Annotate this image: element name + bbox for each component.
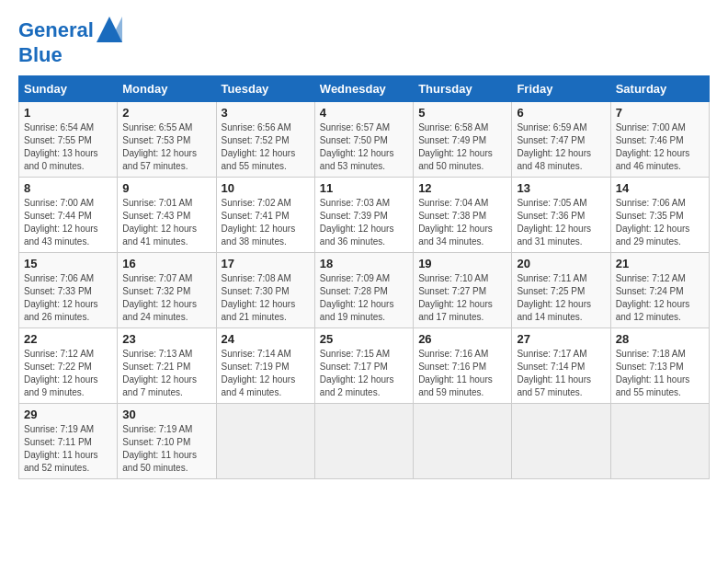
day-number: 3 (222, 106, 310, 120)
day-info: Sunrise: 7:00 AMSunset: 7:46 PMDaylight:… (616, 121, 704, 173)
calendar-cell: 29Sunrise: 7:19 AMSunset: 7:11 PMDayligh… (19, 404, 118, 479)
day-info: Sunrise: 7:06 AMSunset: 7:35 PMDaylight:… (616, 197, 704, 248)
day-number: 2 (122, 106, 210, 120)
day-info: Sunrise: 7:01 AMSunset: 7:43 PMDaylight:… (122, 197, 210, 248)
header-tuesday: Tuesday (216, 76, 314, 102)
day-info: Sunrise: 7:19 AMSunset: 7:11 PMDaylight:… (24, 423, 112, 475)
day-number: 25 (320, 332, 408, 346)
calendar-cell: 28Sunrise: 7:18 AMSunset: 7:13 PMDayligh… (610, 328, 709, 404)
calendar-cell (512, 404, 610, 479)
day-info: Sunrise: 6:56 AMSunset: 7:52 PMDaylight:… (222, 121, 310, 173)
calendar-cell (216, 404, 314, 479)
day-info: Sunrise: 7:03 AMSunset: 7:39 PMDaylight:… (320, 197, 408, 248)
calendar-cell: 22Sunrise: 7:12 AMSunset: 7:22 PMDayligh… (19, 328, 118, 404)
day-number: 22 (24, 332, 112, 346)
header-saturday: Saturday (610, 76, 709, 102)
day-number: 29 (24, 408, 112, 421)
day-number: 16 (122, 257, 210, 270)
day-number: 28 (616, 332, 704, 346)
calendar-cell: 16Sunrise: 7:07 AMSunset: 7:32 PMDayligh… (118, 253, 216, 328)
calendar-cell: 17Sunrise: 7:08 AMSunset: 7:30 PMDayligh… (216, 253, 314, 328)
day-number: 20 (517, 257, 605, 270)
calendar-cell (414, 404, 512, 479)
week-row-3: 15Sunrise: 7:06 AMSunset: 7:33 PMDayligh… (19, 253, 710, 328)
day-info: Sunrise: 7:16 AMSunset: 7:16 PMDaylight:… (418, 348, 506, 399)
day-number: 30 (122, 408, 210, 421)
logo-text2: Blue (18, 44, 122, 66)
calendar-cell: 14Sunrise: 7:06 AMSunset: 7:35 PMDayligh… (610, 178, 709, 253)
day-info: Sunrise: 7:17 AMSunset: 7:14 PMDaylight:… (517, 348, 605, 399)
calendar-cell: 30Sunrise: 7:19 AMSunset: 7:10 PMDayligh… (118, 404, 216, 479)
week-row-4: 22Sunrise: 7:12 AMSunset: 7:22 PMDayligh… (19, 328, 710, 404)
day-info: Sunrise: 7:08 AMSunset: 7:30 PMDaylight:… (222, 272, 310, 324)
calendar-cell: 8Sunrise: 7:00 AMSunset: 7:44 PMDaylight… (19, 178, 118, 253)
day-number: 5 (418, 106, 506, 120)
header-row: SundayMondayTuesdayWednesdayThursdayFrid… (19, 76, 710, 102)
calendar-cell: 5Sunrise: 6:58 AMSunset: 7:49 PMDaylight… (414, 102, 512, 178)
day-number: 24 (222, 332, 310, 346)
calendar-cell: 3Sunrise: 6:56 AMSunset: 7:52 PMDaylight… (216, 102, 314, 178)
logo-text: General (18, 18, 122, 44)
day-number: 12 (418, 181, 506, 195)
calendar-cell: 12Sunrise: 7:04 AMSunset: 7:38 PMDayligh… (414, 178, 512, 253)
day-number: 23 (122, 332, 210, 346)
day-info: Sunrise: 7:05 AMSunset: 7:36 PMDaylight:… (517, 197, 605, 248)
calendar-cell: 21Sunrise: 7:12 AMSunset: 7:24 PMDayligh… (610, 253, 709, 328)
day-info: Sunrise: 7:11 AMSunset: 7:25 PMDaylight:… (517, 272, 605, 324)
header-wednesday: Wednesday (314, 76, 413, 102)
week-row-1: 1Sunrise: 6:54 AMSunset: 7:55 PMDaylight… (19, 102, 710, 178)
day-info: Sunrise: 6:59 AMSunset: 7:47 PMDaylight:… (517, 121, 605, 173)
day-number: 1 (24, 106, 112, 120)
day-info: Sunrise: 7:12 AMSunset: 7:22 PMDaylight:… (24, 348, 112, 399)
day-info: Sunrise: 7:13 AMSunset: 7:21 PMDaylight:… (122, 348, 210, 399)
week-row-5: 29Sunrise: 7:19 AMSunset: 7:11 PMDayligh… (19, 404, 710, 479)
calendar-cell: 4Sunrise: 6:57 AMSunset: 7:50 PMDaylight… (314, 102, 413, 178)
day-info: Sunrise: 7:04 AMSunset: 7:38 PMDaylight:… (418, 197, 506, 248)
week-row-2: 8Sunrise: 7:00 AMSunset: 7:44 PMDaylight… (19, 178, 710, 253)
calendar-cell: 10Sunrise: 7:02 AMSunset: 7:41 PMDayligh… (216, 178, 314, 253)
day-info: Sunrise: 7:06 AMSunset: 7:33 PMDaylight:… (24, 272, 112, 324)
day-number: 14 (616, 181, 704, 195)
day-number: 11 (320, 181, 408, 195)
header-friday: Friday (512, 76, 610, 102)
day-number: 7 (616, 106, 704, 120)
day-number: 19 (418, 257, 506, 270)
calendar-cell: 13Sunrise: 7:05 AMSunset: 7:36 PMDayligh… (512, 178, 610, 253)
calendar-cell: 24Sunrise: 7:14 AMSunset: 7:19 PMDayligh… (216, 328, 314, 404)
day-number: 18 (320, 257, 408, 270)
day-number: 26 (418, 332, 506, 346)
calendar-cell: 26Sunrise: 7:16 AMSunset: 7:16 PMDayligh… (414, 328, 512, 404)
calendar-cell: 7Sunrise: 7:00 AMSunset: 7:46 PMDaylight… (610, 102, 709, 178)
page-header: General Blue (18, 18, 710, 66)
header-monday: Monday (118, 76, 216, 102)
day-number: 6 (517, 106, 605, 120)
day-number: 27 (517, 332, 605, 346)
calendar-cell (610, 404, 709, 479)
day-info: Sunrise: 6:57 AMSunset: 7:50 PMDaylight:… (320, 121, 408, 173)
calendar-table: SundayMondayTuesdayWednesdayThursdayFrid… (18, 75, 710, 479)
day-info: Sunrise: 7:14 AMSunset: 7:19 PMDaylight:… (222, 348, 310, 399)
calendar-cell: 9Sunrise: 7:01 AMSunset: 7:43 PMDaylight… (118, 178, 216, 253)
day-info: Sunrise: 7:10 AMSunset: 7:27 PMDaylight:… (418, 272, 506, 324)
calendar-cell: 18Sunrise: 7:09 AMSunset: 7:28 PMDayligh… (314, 253, 413, 328)
day-number: 17 (222, 257, 310, 270)
calendar-cell: 20Sunrise: 7:11 AMSunset: 7:25 PMDayligh… (512, 253, 610, 328)
calendar-cell: 6Sunrise: 6:59 AMSunset: 7:47 PMDaylight… (512, 102, 610, 178)
header-thursday: Thursday (414, 76, 512, 102)
calendar-cell: 11Sunrise: 7:03 AMSunset: 7:39 PMDayligh… (314, 178, 413, 253)
calendar-cell: 1Sunrise: 6:54 AMSunset: 7:55 PMDaylight… (19, 102, 118, 178)
day-info: Sunrise: 6:55 AMSunset: 7:53 PMDaylight:… (122, 121, 210, 173)
calendar-cell: 2Sunrise: 6:55 AMSunset: 7:53 PMDaylight… (118, 102, 216, 178)
day-info: Sunrise: 7:07 AMSunset: 7:32 PMDaylight:… (122, 272, 210, 324)
calendar-cell: 19Sunrise: 7:10 AMSunset: 7:27 PMDayligh… (414, 253, 512, 328)
day-number: 15 (24, 257, 112, 270)
day-number: 9 (122, 181, 210, 195)
day-number: 10 (222, 181, 310, 195)
calendar-cell: 25Sunrise: 7:15 AMSunset: 7:17 PMDayligh… (314, 328, 413, 404)
calendar-cell: 27Sunrise: 7:17 AMSunset: 7:14 PMDayligh… (512, 328, 610, 404)
day-number: 13 (517, 181, 605, 195)
day-info: Sunrise: 7:00 AMSunset: 7:44 PMDaylight:… (24, 197, 112, 248)
day-number: 8 (24, 181, 112, 195)
calendar-cell: 23Sunrise: 7:13 AMSunset: 7:21 PMDayligh… (118, 328, 216, 404)
day-number: 4 (320, 106, 408, 120)
